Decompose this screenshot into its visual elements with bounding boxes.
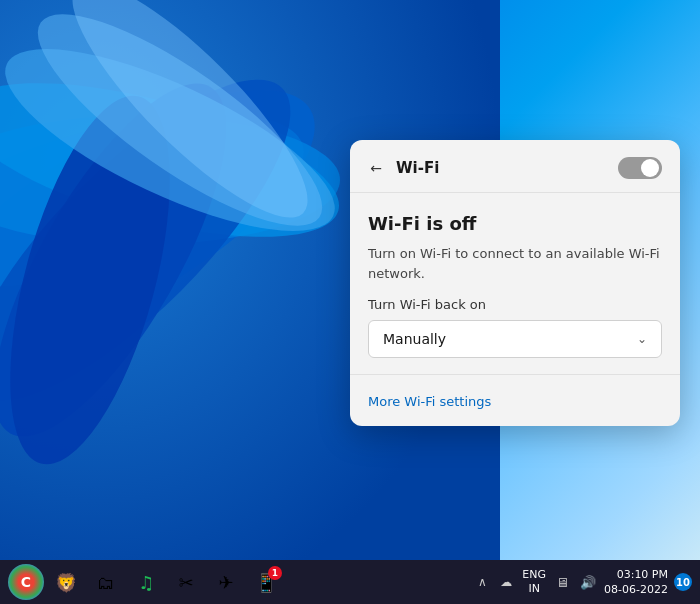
clock-date: 08-06-2022 <box>604 582 668 597</box>
whatsapp-badge: 1 <box>268 566 282 580</box>
taskbar-app-chrome[interactable]: C <box>8 564 44 600</box>
dropdown-value: Manually <box>383 331 446 347</box>
tray-pc-icon[interactable]: 🖥 <box>552 572 572 592</box>
panel-body: Wi-Fi is off Turn on Wi-Fi to connect to… <box>350 193 680 374</box>
taskbar-app-whatsapp[interactable]: 📱 1 <box>248 564 284 600</box>
panel-header: ← Wi-Fi <box>350 140 680 193</box>
volume-icon: 🔊 <box>580 575 596 590</box>
toolbox-icon: 🗂 <box>97 572 115 593</box>
language-indicator[interactable]: ENG IN <box>522 568 546 597</box>
toggle-knob <box>641 159 659 177</box>
system-clock[interactable]: 03:10 PM 08-06-2022 <box>604 567 668 598</box>
wifi-toggle[interactable] <box>618 157 662 179</box>
spotify-icon: ♫ <box>138 572 154 593</box>
panel-footer: More Wi-Fi settings <box>350 374 680 426</box>
wifi-off-description: Turn on Wi-Fi to connect to an available… <box>368 244 662 283</box>
chevron-up-icon: ∧ <box>478 575 487 589</box>
tray-chevron[interactable]: ∧ <box>472 572 492 592</box>
telegram-icon: ✈ <box>218 572 233 593</box>
tray-cloud[interactable]: ☁ <box>496 572 516 592</box>
panel-header-left: ← Wi-Fi <box>364 156 439 180</box>
taskbar-apps: C 🦁 🗂 ♫ ✂ ✈ 📱 1 <box>8 564 284 600</box>
taskbar: C 🦁 🗂 ♫ ✂ ✈ 📱 1 ∧ <box>0 560 700 604</box>
pc-icon: 🖥 <box>556 575 569 590</box>
cloud-icon: ☁ <box>500 575 512 589</box>
wifi-off-title: Wi-Fi is off <box>368 213 662 234</box>
taskbar-app-spotify[interactable]: ♫ <box>128 564 164 600</box>
taskbar-app-telegram[interactable]: ✈ <box>208 564 244 600</box>
wifi-panel: ← Wi-Fi Wi-Fi is off Turn on Wi-Fi to co… <box>350 140 680 426</box>
back-arrow-icon: ← <box>370 160 382 176</box>
panel-title: Wi-Fi <box>396 159 439 177</box>
turn-on-dropdown[interactable]: Manually ⌄ <box>368 320 662 358</box>
language-region: IN <box>522 582 546 596</box>
chevron-down-icon: ⌄ <box>637 332 647 346</box>
taskbar-right: ∧ ☁ ENG IN 🖥 🔊 03:10 PM 08-06-2022 10 <box>472 567 692 598</box>
desktop: ← Wi-Fi Wi-Fi is off Turn on Wi-Fi to co… <box>0 0 700 560</box>
language-code: ENG <box>522 568 546 582</box>
back-button[interactable]: ← <box>364 156 388 180</box>
windows-badge[interactable]: 10 <box>674 573 692 591</box>
taskbar-app-toolbox[interactable]: 🗂 <box>88 564 124 600</box>
turn-back-label: Turn Wi-Fi back on <box>368 297 662 312</box>
system-tray: ∧ ☁ <box>472 572 516 592</box>
more-wifi-settings-link[interactable]: More Wi-Fi settings <box>368 394 491 409</box>
snip-icon: ✂ <box>178 572 193 593</box>
tray-volume-icon[interactable]: 🔊 <box>578 572 598 592</box>
clock-time: 03:10 PM <box>604 567 668 582</box>
brave-icon: 🦁 <box>55 572 77 593</box>
taskbar-app-snip[interactable]: ✂ <box>168 564 204 600</box>
taskbar-app-brave[interactable]: 🦁 <box>48 564 84 600</box>
chrome-icon: C <box>21 574 31 590</box>
turn-on-dropdown-container: Manually ⌄ <box>368 320 662 358</box>
